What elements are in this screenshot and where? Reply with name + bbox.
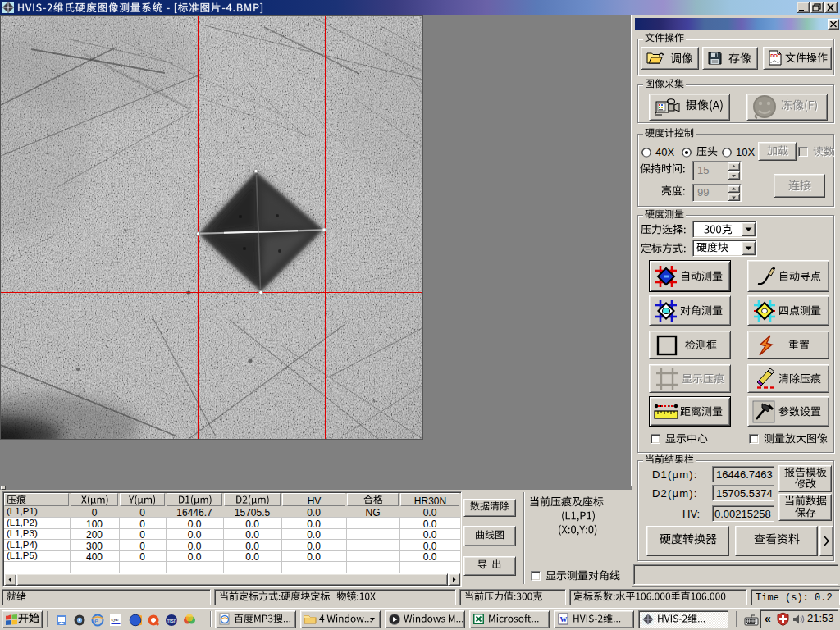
svg-text:eye: eye <box>112 616 119 623</box>
svg-text:W: W <box>560 615 568 623</box>
svg-text:msn: msn <box>167 618 177 623</box>
svg-text:DOC: DOC <box>770 53 780 58</box>
